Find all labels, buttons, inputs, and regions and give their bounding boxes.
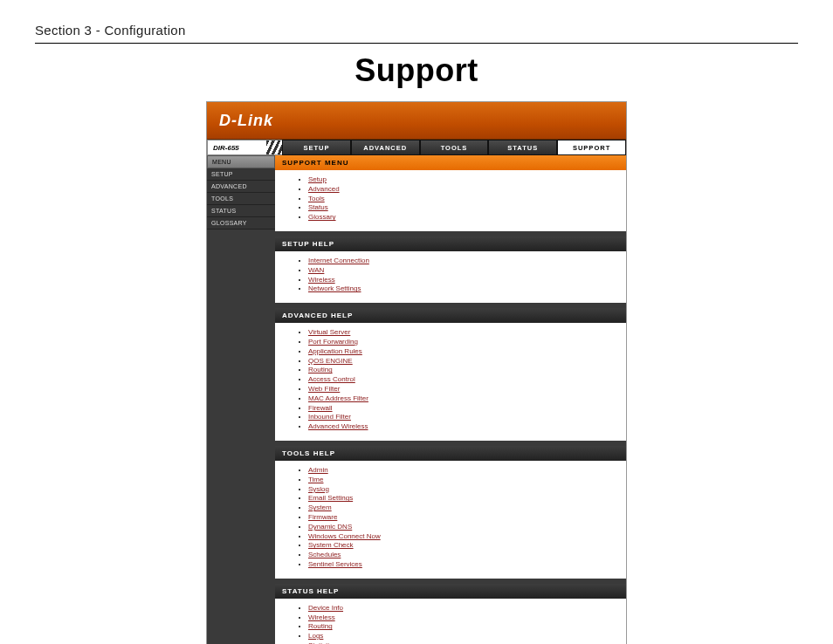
help-link[interactable]: Wireless xyxy=(308,276,335,284)
top-divider xyxy=(35,43,798,44)
help-link[interactable]: Sentinel Services xyxy=(308,560,362,568)
help-link[interactable]: Time xyxy=(308,476,323,483)
panel-tools-help: TOOLS HELPAdminTimeSyslogEmail SettingsS… xyxy=(275,446,626,579)
panel-setup-help: SETUP HELPInternet ConnectionWANWireless… xyxy=(275,236,626,303)
router-admin-screenshot: D-Link DIR-655 SETUPADVANCEDTOOLSSTATUSS… xyxy=(206,101,627,644)
panel-body: Device InfoWirelessRoutingLogsStatistics… xyxy=(275,599,626,644)
help-link[interactable]: QOS ENGINE xyxy=(308,357,353,365)
help-link[interactable]: Network Settings xyxy=(308,284,361,292)
help-link[interactable]: Wireless xyxy=(308,613,335,621)
help-link[interactable]: Virtual Server xyxy=(308,328,350,336)
tab-advanced[interactable]: ADVANCED xyxy=(351,140,420,155)
brand-bar: D-Link xyxy=(207,102,626,140)
help-link[interactable]: Windows Connect Now xyxy=(308,532,381,540)
panel-body: AdminTimeSyslogEmail SettingsSystemFirmw… xyxy=(275,461,626,579)
sidebar-item-tools[interactable]: TOOLS xyxy=(207,193,275,205)
help-link[interactable]: System Check xyxy=(308,541,354,549)
help-link[interactable]: Dynamic DNS xyxy=(308,523,352,531)
model-label: DIR-655 xyxy=(207,140,282,155)
help-link[interactable]: Admin xyxy=(308,466,328,474)
help-link[interactable]: Schedules xyxy=(308,551,341,558)
help-link[interactable]: Tools xyxy=(308,195,325,202)
help-link[interactable]: Routing xyxy=(308,622,333,630)
panel-body: SetupAdvancedToolsStatusGlossary xyxy=(275,170,626,231)
sidebar-item-status[interactable]: STATUS xyxy=(207,205,275,217)
tab-setup[interactable]: SETUP xyxy=(282,140,351,155)
sidebar-header: MENU xyxy=(207,155,275,168)
panel-body: Virtual ServerPort ForwardingApplication… xyxy=(275,323,626,441)
main-content: SUPPORT MENUSetupAdvancedToolsStatusGlos… xyxy=(275,155,626,644)
top-tab-row: DIR-655 SETUPADVANCEDTOOLSSTATUSSUPPORT xyxy=(207,140,626,155)
help-link[interactable]: Firmware xyxy=(308,513,337,521)
panel-header: SETUP HELP xyxy=(275,236,626,251)
help-link[interactable]: Internet Connection xyxy=(308,257,369,264)
sidebar-item-glossary[interactable]: GLOSSARY xyxy=(207,217,275,230)
sidebar: MENU SETUPADVANCEDTOOLSSTATUSGLOSSARY xyxy=(207,155,275,644)
help-link[interactable]: Web Filter xyxy=(308,385,340,393)
help-link[interactable]: Port Forwarding xyxy=(308,338,358,346)
sidebar-item-setup[interactable]: SETUP xyxy=(207,168,275,181)
help-link[interactable]: WAN xyxy=(308,266,324,274)
help-link[interactable]: Device Info xyxy=(308,604,343,612)
help-link[interactable]: MAC Address Filter xyxy=(308,394,368,402)
panel-advanced-help: ADVANCED HELPVirtual ServerPort Forwardi… xyxy=(275,308,626,441)
help-link[interactable]: Inbound Filter xyxy=(308,413,351,421)
help-link[interactable]: Status xyxy=(308,203,328,211)
panel-header: SUPPORT MENU xyxy=(275,155,626,170)
help-link[interactable]: System xyxy=(308,504,332,511)
panel-status-help: STATUS HELPDevice InfoWirelessRoutingLog… xyxy=(275,584,626,644)
help-link[interactable]: Firewall xyxy=(308,404,333,412)
panel-body: Internet ConnectionWANWirelessNetwork Se… xyxy=(275,251,626,303)
tab-tools[interactable]: TOOLS xyxy=(420,140,489,155)
help-link[interactable]: Logs xyxy=(308,632,323,640)
section-header: Section 3 - Configuration xyxy=(35,23,798,38)
help-link[interactable]: Advanced xyxy=(308,185,340,193)
help-link[interactable]: Syslog xyxy=(308,485,329,493)
help-link[interactable]: Setup xyxy=(308,175,327,183)
panel-support-menu: SUPPORT MENUSetupAdvancedToolsStatusGlos… xyxy=(275,155,626,231)
help-link[interactable]: Email Settings xyxy=(308,494,353,502)
panel-header: ADVANCED HELP xyxy=(275,308,626,323)
help-link[interactable]: Glossary xyxy=(308,213,336,221)
help-link[interactable]: Application Rules xyxy=(308,347,362,355)
panel-header: STATUS HELP xyxy=(275,584,626,599)
tab-status[interactable]: STATUS xyxy=(488,140,557,155)
tab-support[interactable]: SUPPORT xyxy=(557,140,626,155)
sidebar-item-advanced[interactable]: ADVANCED xyxy=(207,181,275,193)
brand-logo: D-Link xyxy=(207,112,273,130)
page-title: Support xyxy=(35,52,798,89)
panel-header: TOOLS HELP xyxy=(275,446,626,461)
help-link[interactable]: Access Control xyxy=(308,375,355,383)
help-link[interactable]: Routing xyxy=(308,366,333,373)
help-link[interactable]: Advanced Wireless xyxy=(308,422,368,430)
